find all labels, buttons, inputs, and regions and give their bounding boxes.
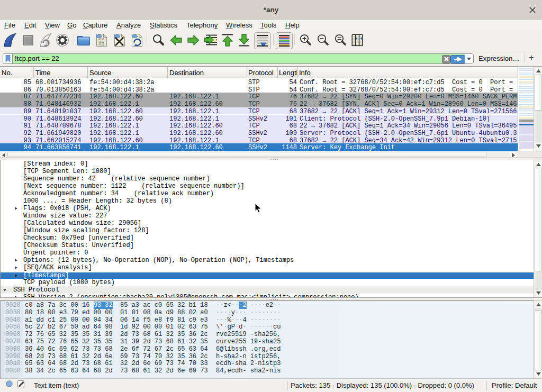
svg-text:0011: 0011 bbox=[98, 43, 104, 46]
